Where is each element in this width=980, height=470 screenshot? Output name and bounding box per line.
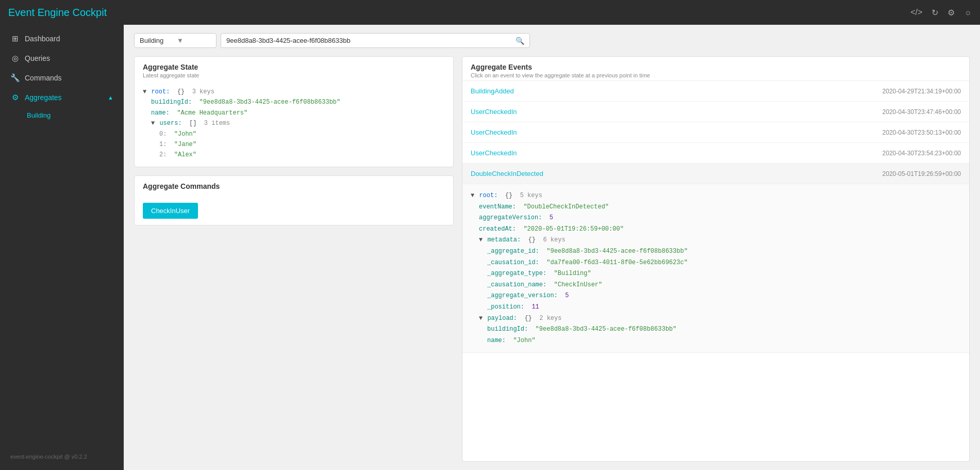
search-bar: Building ▼ 🔍: [124, 25, 980, 56]
search-icon: 🔍: [516, 37, 524, 45]
event-time-double-check-in: 2020-05-01T19:26:59+00:00: [883, 170, 961, 177]
aggregate-events-title: Aggregate Events: [471, 63, 961, 71]
users-toggle-row: ▼ users: [] 3 items: [143, 118, 445, 128]
event-name-user-checked-in-3: UserCheckedIn: [471, 149, 517, 157]
dropdown-value: Building: [140, 37, 174, 44]
created-at-field: createdAt: "2020-05-01T19:26:59+00:00": [471, 224, 961, 235]
event-name-field: eventName: "DoubleCheckInDetected": [471, 202, 961, 213]
meta-causation-id: _causation_id: "da7fea00-f6d3-4011-8f0e-…: [471, 257, 961, 269]
meta-causation-name: _causation_name: "CheckInUser": [471, 280, 961, 291]
user-0: 0: "John": [143, 129, 445, 139]
meta-aggregate-version: _aggregate_version: 5: [471, 290, 961, 302]
sidebar-sub-item-building-label: Building: [27, 111, 51, 119]
payload-name: name: "John": [471, 335, 961, 347]
sidebar: ⊞ Dashboard ◎ Queries 🔧 Commands ⚙ Aggre…: [0, 25, 124, 470]
sidebar-item-aggregates-label: Aggregates: [25, 93, 62, 102]
root-toggle[interactable]: ▼: [143, 88, 146, 95]
sidebar-item-queries[interactable]: ◎ Queries: [0, 48, 124, 68]
event-row-user-checked-in-3[interactable]: UserCheckedIn 2020-04-30T23:54:23+00:00: [462, 143, 969, 164]
event-row-double-check-in[interactable]: DoubleCheckInDetected 2020-05-01T19:26:5…: [462, 164, 969, 184]
name-field: name: "Acme Headquarters": [143, 108, 445, 118]
building-id-field: buildingId: "9ee8d8a8-3bd3-4425-acee-f6f…: [143, 97, 445, 107]
payload-toggle-row: ▼ payload: {} 2 keys: [471, 313, 961, 325]
aggregate-commands-title: Aggregate Commands: [143, 182, 445, 190]
sidebar-item-commands-label: Commands: [25, 74, 62, 82]
queries-icon: ◎: [10, 54, 20, 63]
aggregate-events-header: Aggregate Events Click on an event to vi…: [462, 57, 969, 81]
main-content: Building ▼ 🔍 Aggregate State Latest aggr…: [124, 25, 980, 470]
aggregate-events-panel: Aggregate Events Click on an event to vi…: [462, 56, 970, 462]
meta-aggregate-type: _aggregate_type: "Building": [471, 268, 961, 280]
sidebar-item-aggregates[interactable]: ⚙ Aggregates ▲: [0, 88, 124, 107]
aggregate-commands-header: Aggregate Commands: [135, 176, 453, 192]
event-row-user-checked-in-1[interactable]: UserCheckedIn 2020-04-30T23:47:46+00:00: [462, 102, 969, 122]
meta-position: _position: 11: [471, 302, 961, 313]
version-label: event-engine-cockpit @ v0.2.2: [10, 453, 87, 460]
aggregate-id-input[interactable]: [226, 34, 516, 47]
aggregate-type-dropdown[interactable]: Building ▼: [134, 33, 217, 48]
user-2: 2: "Alex": [143, 150, 445, 160]
event-row-user-checked-in-2[interactable]: UserCheckedIn 2020-04-30T23:50:13+00:00: [462, 122, 969, 143]
aggregate-state-body: ▼ root: {} 3 keys buildingId: "9ee8d8a8-…: [135, 80, 453, 167]
aggregate-state-header: Aggregate State Latest aggregate state: [135, 57, 453, 80]
commands-icon: 🔧: [10, 73, 20, 83]
event-name-user-checked-in-1: UserCheckedIn: [471, 108, 517, 116]
panels: Aggregate State Latest aggregate state ▼…: [124, 56, 980, 470]
event-time-user-checked-in-1: 2020-04-30T23:47:46+00:00: [883, 108, 961, 116]
code-icon[interactable]: </>: [910, 8, 922, 17]
event-name-user-checked-in-2: UserCheckedIn: [471, 128, 517, 136]
event-time-building-added: 2020-04-29T21:34:19+00:00: [883, 88, 961, 95]
settings-icon[interactable]: ⚙: [948, 8, 955, 18]
refresh-icon[interactable]: ↻: [932, 8, 938, 18]
event-time-user-checked-in-3: 2020-04-30T23:54:23+00:00: [883, 150, 961, 157]
left-panel: Aggregate State Latest aggregate state ▼…: [134, 56, 454, 462]
search-input-wrap: 🔍: [221, 33, 530, 48]
aggregate-state-tree: ▼ root: {} 3 keys buildingId: "9ee8d8a8-…: [143, 87, 445, 160]
event-time-user-checked-in-2: 2020-04-30T23:50:13+00:00: [883, 129, 961, 136]
metadata-toggle[interactable]: ▼: [479, 236, 483, 244]
dashboard-icon: ⊞: [10, 34, 20, 43]
sidebar-item-commands[interactable]: 🔧 Commands: [0, 68, 124, 88]
aggregate-commands-body: CheckInUser: [135, 192, 453, 225]
check-in-user-button[interactable]: CheckInUser: [143, 203, 198, 219]
topbar-icons: </> ↻ ⚙ ☼: [910, 8, 972, 18]
aggregates-chevron-icon: ▲: [108, 94, 113, 101]
sidebar-item-dashboard[interactable]: ⊞ Dashboard: [0, 29, 124, 48]
event-name-double-check-in: DoubleCheckInDetected: [471, 170, 543, 177]
event-detail-double-check-in: ▼ root: {} 5 keys eventName: "DoubleChec…: [462, 184, 969, 353]
aggregate-state-panel: Aggregate State Latest aggregate state ▼…: [134, 56, 454, 167]
user-1: 1: "Jane": [143, 139, 445, 150]
sidebar-footer: event-engine-cockpit @ v0.2.2: [0, 447, 124, 466]
sidebar-item-dashboard-label: Dashboard: [25, 35, 60, 43]
metadata-toggle-row: ▼ metadata: {} 6 keys: [471, 235, 961, 246]
event-name-building-added: BuildingAdded: [471, 87, 514, 95]
payload-building-id: buildingId: "9ee8d8a8-3bd3-4425-acee-f6f…: [471, 324, 961, 335]
detail-root-toggle[interactable]: ▼: [471, 192, 474, 199]
event-row-building-added[interactable]: BuildingAdded 2020-04-29T21:34:19+00:00: [462, 81, 969, 102]
aggregate-commands-panel: Aggregate Commands CheckInUser: [134, 175, 454, 225]
event-detail-tree: ▼ root: {} 5 keys eventName: "DoubleChec…: [471, 190, 961, 346]
app-body: ⊞ Dashboard ◎ Queries 🔧 Commands ⚙ Aggre…: [0, 25, 980, 470]
aggregate-state-subtitle: Latest aggregate state: [143, 72, 445, 78]
event-list: BuildingAdded 2020-04-29T21:34:19+00:00 …: [462, 81, 969, 353]
users-toggle[interactable]: ▼: [151, 120, 155, 127]
sidebar-sub-item-building[interactable]: Building: [0, 107, 124, 123]
meta-aggregate-id: _aggregate_id: "9ee8d8a8-3bd3-4425-acee-…: [471, 246, 961, 257]
topbar: Event Engine Cockpit </> ↻ ⚙ ☼: [0, 0, 980, 25]
user-icon[interactable]: ☼: [964, 8, 972, 17]
search-button[interactable]: 🔍: [516, 37, 524, 45]
app-title: Event Engine Cockpit: [8, 7, 910, 19]
sidebar-item-queries-label: Queries: [25, 54, 50, 62]
payload-toggle[interactable]: ▼: [479, 315, 483, 322]
dropdown-chevron-icon: ▼: [177, 37, 211, 44]
aggregates-icon: ⚙: [10, 93, 20, 102]
aggregate-state-title: Aggregate State: [143, 63, 445, 71]
aggregate-version-field: aggregateVersion: 5: [471, 213, 961, 224]
aggregate-events-subtitle: Click on an event to view the aggregate …: [471, 72, 961, 78]
